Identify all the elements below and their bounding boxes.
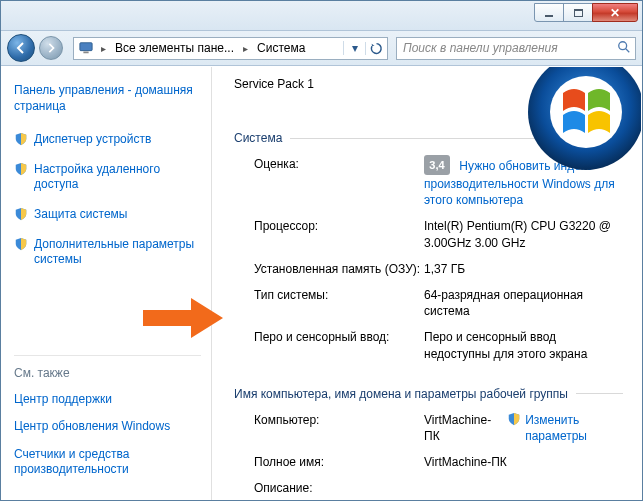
content-pane: Service Pack 1 Система Оценка: 3,4 Нужно… [212,67,641,500]
search-input[interactable]: Поиск в панели управления [396,37,636,60]
ram-label: Установленная память (ОЗУ): [254,261,424,277]
svg-rect-0 [80,43,92,51]
computer-name-group-legend: Имя компьютера, имя домена и параметры р… [234,387,576,401]
sidebar-link-advanced-settings[interactable]: Дополнительные параметры системы [14,237,201,268]
forward-button[interactable] [39,36,63,60]
shield-icon [14,132,28,146]
rating-label: Оценка: [254,156,424,208]
description-value [424,480,623,496]
shield-icon [14,237,28,251]
sidebar-link-action-center[interactable]: Центр поддержки [14,392,201,408]
system-type-value: 64-разрядная операционная система [424,287,623,319]
see-also-heading: См. также [14,366,201,380]
chevron-right-icon: ▸ [240,43,251,54]
address-bar[interactable]: ▸ Все элементы пане... ▸ Система ▾ [73,37,388,60]
back-button[interactable] [7,34,35,62]
breadcrumb-segment[interactable]: Система [251,41,311,55]
titlebar: ✕ [1,1,642,31]
maximize-button[interactable] [563,3,593,22]
search-icon [617,40,631,57]
computer-icon [78,40,94,56]
svg-point-5 [550,76,622,148]
shield-icon [507,412,521,426]
pen-touch-label: Перо и сенсорный ввод: [254,329,424,361]
close-button[interactable]: ✕ [592,3,638,22]
svg-rect-1 [83,52,88,54]
sidebar-link-device-manager[interactable]: Диспетчер устройств [14,132,201,148]
sidebar: Панель управления - домашняя страница Ди… [2,67,212,500]
windows-logo-icon [511,67,641,187]
sidebar-link-remote-settings[interactable]: Настройка удаленного доступа [14,162,201,193]
wei-score-badge: 3,4 [424,155,450,175]
svg-line-3 [626,48,630,52]
shield-icon [14,207,28,221]
computer-value: VirtMachine-ПК [424,412,491,444]
fullname-value: VirtMachine-ПК [424,454,623,470]
ram-value: 1,37 ГБ [424,261,623,277]
description-label: Описание: [254,480,424,496]
fullname-label: Полное имя: [254,454,424,470]
cpu-value: Intel(R) Pentium(R) CPU G3220 @ 3.00GHz … [424,218,623,250]
address-dropdown-button[interactable]: ▾ [343,41,365,55]
sidebar-link-windows-update[interactable]: Центр обновления Windows [14,419,201,435]
pen-touch-value: Перо и сенсорный ввод недоступны для это… [424,329,623,361]
svg-point-2 [619,41,627,49]
sidebar-link-performance-info[interactable]: Счетчики и средства производительности [14,447,201,478]
chevron-right-icon: ▸ [98,43,109,54]
computer-name-group: Имя компьютера, имя домена и параметры р… [234,387,623,500]
shield-icon [14,162,28,176]
cpu-label: Процессор: [254,218,424,250]
computer-label: Компьютер: [254,412,424,444]
change-settings-link[interactable]: Изменить параметры [507,412,623,444]
refresh-button[interactable] [365,42,387,55]
minimize-button[interactable] [534,3,564,22]
breadcrumb-segment[interactable]: Все элементы пане... [109,41,240,55]
sidebar-link-system-protection[interactable]: Защита системы [14,207,201,223]
system-type-label: Тип системы: [254,287,424,319]
search-placeholder: Поиск в панели управления [403,41,558,55]
system-group-legend: Система [234,131,290,145]
navigation-bar: ▸ Все элементы пане... ▸ Система ▾ Поиск… [1,31,642,66]
explorer-window: ✕ ▸ Все элементы пане... ▸ Система ▾ Пои [0,0,643,501]
control-panel-home-link[interactable]: Панель управления - домашняя страница [14,83,201,114]
